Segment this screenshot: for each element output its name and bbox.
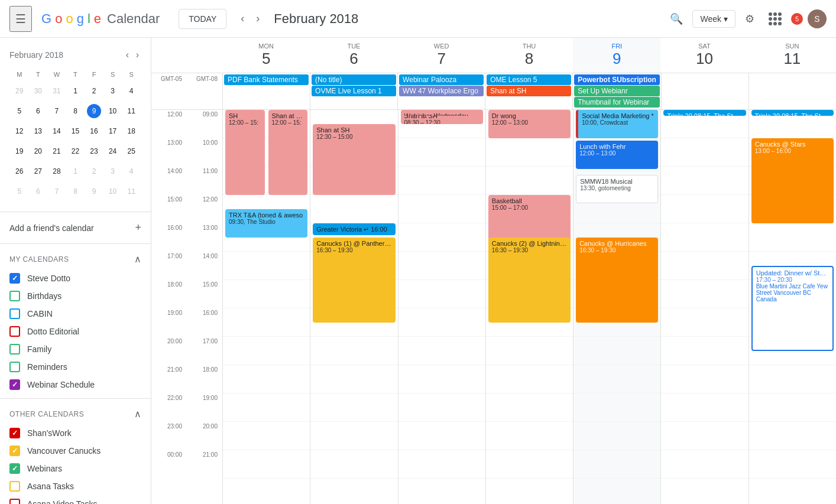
all-day-event-ovme[interactable]: OVME Live Lesson 1 — [312, 86, 396, 96]
day-header-sat[interactable]: Sat 10 — [660, 38, 748, 73]
mini-cal-day[interactable]: 8 — [67, 182, 85, 201]
other-calendars-collapse[interactable]: ∧ — [134, 408, 141, 420]
mini-cal-day[interactable]: 30 — [30, 82, 47, 100]
calendar-item-family[interactable]: Family — [0, 340, 151, 358]
mini-cal-day[interactable]: 18 — [122, 122, 140, 141]
calendar-item-asana-video-tasks[interactable]: Asana Video Tasks — [0, 495, 151, 504]
cal-checkbox-webinar-schedule[interactable] — [9, 379, 20, 390]
mini-cal-day[interactable]: 28 — [48, 162, 66, 181]
event-dinner-steve-shannon[interactable]: Updated: Dinner w/ Steve & Shannon 17:30… — [751, 266, 834, 351]
all-day-event-no-title[interactable]: (No title) — [312, 74, 396, 85]
cal-checkbox-asana-video-tasks[interactable] — [9, 499, 20, 504]
week-selector[interactable]: Week ▾ — [692, 10, 735, 28]
mini-cal-day[interactable]: 10 — [104, 182, 122, 201]
mini-cal-day[interactable]: 5 — [11, 182, 28, 201]
event-sh-mon[interactable]: SH 12:00 – 15: — [225, 110, 265, 195]
mini-cal-next[interactable]: › — [134, 47, 141, 63]
mini-cal-day[interactable]: 1 — [67, 162, 85, 181]
mini-cal-day[interactable]: 7 — [48, 102, 66, 121]
cal-checkbox-asana-tasks[interactable] — [9, 481, 20, 492]
mini-cal-day[interactable]: 22 — [67, 142, 85, 161]
mini-cal-day[interactable]: 3 — [104, 162, 122, 181]
mini-cal-day[interactable]: 24 — [104, 142, 122, 161]
cal-checkbox-cabin[interactable] — [9, 308, 20, 319]
next-button[interactable]: › — [251, 9, 264, 28]
event-greater-victoria[interactable]: Greater Victoria ↵ 16:00 — [313, 223, 395, 235]
calendar-item-reminders[interactable]: Reminders — [0, 358, 151, 376]
mini-cal-day[interactable]: 26 — [11, 162, 28, 181]
mini-cal-day[interactable]: 9 — [85, 182, 103, 201]
mini-cal-day[interactable]: 29 — [11, 82, 28, 100]
mini-cal-day[interactable]: 3 — [104, 82, 122, 100]
calendar-item-birthdays[interactable]: Birthdays — [0, 287, 151, 305]
all-day-event-shan-sh-thu[interactable]: Shan at SH — [487, 86, 571, 96]
cal-checkbox-shans-work[interactable] — [9, 428, 20, 438]
mini-cal-day[interactable]: 23 — [85, 142, 103, 161]
event-shan-sh-tue[interactable]: Shan at SH 12:30 – 15:00 — [313, 124, 395, 195]
mini-cal-day[interactable]: 20 — [30, 142, 47, 161]
event-triple20-sun[interactable]: Triple 20 08:15, The Studio — [751, 110, 834, 116]
mini-cal-day-today[interactable]: 9 — [85, 102, 103, 121]
mini-cal-day[interactable]: 12 — [11, 122, 28, 141]
mini-cal-day[interactable]: 6 — [30, 102, 47, 121]
day-header-wed[interactable]: Wed 7 — [398, 38, 485, 73]
event-canucks-hurricanes[interactable]: Canucks @ Hurricanes 16:30 – 19:30 — [576, 238, 658, 323]
cal-checkbox-birthdays[interactable] — [9, 291, 20, 301]
mini-cal-prev[interactable]: ‹ — [124, 47, 131, 63]
calendar-item-asana-tasks[interactable]: Asana Tasks — [0, 477, 151, 495]
mini-cal-day[interactable]: 2 — [85, 82, 103, 100]
all-day-event-webinar-palooza[interactable]: Webinar Palooza — [399, 74, 484, 85]
add-friends[interactable]: Add a friend's calendar + — [0, 217, 151, 239]
grid-button[interactable] — [764, 8, 786, 30]
calendar-item-webinars[interactable]: Webinars — [0, 460, 151, 477]
all-day-event-powerbot[interactable]: Powerbot SUbscription — [574, 74, 660, 85]
mini-cal-day[interactable]: 25 — [122, 142, 140, 161]
all-day-event-thumbnail[interactable]: Thumbnail for Webinar — [574, 97, 660, 108]
mini-cal-day[interactable]: 15 — [67, 122, 85, 141]
event-trx[interactable]: TRX T&A (toned & aweso 09:30, The Studio — [225, 209, 307, 238]
day-header-mon[interactable]: Mon 5 — [222, 38, 310, 73]
event-canucks-lightning[interactable]: Canucks (2) @ Lightning (5) 16:30 – 19:3… — [488, 238, 571, 323]
calendar-item-shans-work[interactable]: Shan'sWork — [0, 424, 151, 442]
calendar-item-steve-dotto[interactable]: Steve Dotto — [0, 269, 151, 287]
prev-button[interactable]: ‹ — [236, 9, 249, 28]
cal-checkbox-webinars[interactable] — [9, 463, 20, 474]
avatar[interactable]: S — [808, 9, 827, 28]
mini-cal-day[interactable]: 8 — [67, 102, 85, 121]
day-header-thu[interactable]: Thu 8 — [485, 38, 573, 73]
cal-checkbox-reminders[interactable] — [9, 362, 20, 372]
settings-button[interactable]: ⚙ — [740, 8, 759, 30]
mini-cal-day[interactable]: 14 — [48, 122, 66, 141]
mini-cal-day[interactable]: 4 — [122, 162, 140, 181]
mini-cal-day[interactable]: 21 — [48, 142, 66, 161]
event-triple20-sat[interactable]: Triple 20 08:15, The Studio — [663, 110, 746, 116]
event-dr-wong[interactable]: Dr wong 12:00 – 13:00 — [488, 110, 571, 138]
mini-cal-day[interactable]: 10 — [104, 102, 122, 121]
calendar-item-webinar-schedule[interactable]: Webinar Schedule — [0, 376, 151, 394]
cal-checkbox-dotto-editorial[interactable] — [9, 326, 20, 337]
my-calendars-collapse[interactable]: ∧ — [134, 253, 141, 265]
mini-cal-day[interactable]: 17 — [104, 122, 122, 141]
mini-cal-day[interactable]: 7 — [48, 182, 66, 201]
all-day-event-pdf[interactable]: PDF Bank Statements — [224, 74, 309, 85]
day-header-tue[interactable]: Tue 6 — [310, 38, 397, 73]
event-social-media[interactable]: Social Media Marketing * 10:00, Crowdcas… — [576, 110, 658, 138]
day-header-fri[interactable]: Fri 9 — [573, 38, 660, 73]
mini-cal-day[interactable]: 19 — [11, 142, 28, 161]
menu-button[interactable]: ☰ — [9, 6, 32, 32]
mini-cal-day[interactable]: 5 — [11, 102, 28, 121]
mini-cal-day[interactable]: 31 — [48, 82, 66, 100]
event-smmw18[interactable]: SMMW18 Musical 13:30, gotomeeting — [576, 175, 658, 203]
mini-cal-day[interactable]: 4 — [122, 82, 140, 100]
calendar-item-cabin[interactable]: CABIN — [0, 305, 151, 323]
calendar-item-dotto-editorial[interactable]: Dotto Editorial — [0, 323, 151, 340]
mini-cal-day[interactable]: 11 — [122, 182, 140, 201]
mini-cal-day[interactable]: 27 — [30, 162, 47, 181]
mini-cal-day[interactable]: 11 — [122, 102, 140, 121]
event-shan-sh-mon[interactable]: Shan at SH 12:00 – 15: — [268, 110, 308, 195]
all-day-event-ome[interactable]: OME Lesson 5 — [487, 74, 571, 85]
all-day-event-ww47[interactable]: WW 47 Workplace Ergo — [399, 86, 484, 96]
mini-cal-day[interactable]: 13 — [30, 122, 47, 141]
cal-checkbox-vancouver-canucks[interactable] — [9, 446, 20, 456]
event-canucks-panthers[interactable]: Canucks (1) @ Panthers (3) 16:30 – 19:30 — [313, 238, 395, 323]
